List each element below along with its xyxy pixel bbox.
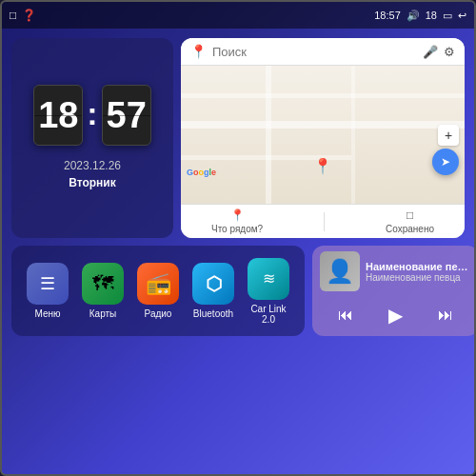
main-content: 18 : 57 2023.12.26 Вторник 📍 — [2, 29, 474, 474]
status-time: 18:57 — [374, 10, 401, 21]
nearby-icon: 📍 — [230, 208, 245, 222]
clock-minutes: 57 — [102, 85, 151, 146]
radio-app-label: Радио — [145, 308, 172, 319]
status-bar: □ ❓ 18:57 🔊 18 ▭ ↩ — [2, 2, 474, 29]
music-play-button[interactable]: ▶ — [383, 302, 408, 328]
menu-app-icon: ☰ — [27, 263, 69, 305]
bluetooth-app-icon: ⬡ — [192, 263, 234, 305]
app-grid: ☰ Меню 🗺 Карты 📻 Радио — [11, 246, 305, 336]
map-body[interactable]: 📍 + ➤ Google — [181, 66, 465, 204]
search-icons: 🎤 ⚙ — [423, 45, 455, 59]
radio-app-icon: 📻 — [137, 263, 179, 305]
map-search-input[interactable] — [212, 45, 417, 59]
music-info: Наименование песни Наименование певца — [366, 261, 471, 283]
carlink-app-label: Car Link 2.0 — [244, 304, 293, 325]
back-icon[interactable]: ↩ — [458, 10, 466, 22]
saved-icon: □ — [407, 208, 413, 222]
music-prev-button[interactable]: ⏮ — [332, 305, 359, 326]
music-artist: Наименование певца — [366, 272, 471, 283]
volume-icon: 🔊 — [407, 10, 420, 22]
app-item-maps[interactable]: 🗺 Карты — [78, 263, 128, 319]
home-icon[interactable]: □ — [10, 9, 16, 22]
app-item-bluetooth[interactable]: ⬡ Bluetooth — [188, 263, 238, 319]
clock-day: Вторник — [64, 174, 121, 191]
music-album-art: 👤 — [320, 251, 360, 291]
music-controls: ⏮ ▶ ⏭ — [320, 300, 471, 330]
map-bottom-bar: 📍 Что рядом? □ Сохранено — [181, 204, 465, 238]
music-top: 👤 Наименование песни Наименование певца — [320, 251, 471, 291]
maps-app-label: Карты — [89, 308, 117, 319]
top-row: 18 : 57 2023.12.26 Вторник 📍 — [11, 38, 465, 238]
screen: □ ❓ 18:57 🔊 18 ▭ ↩ 18 : 57 — [0, 0, 476, 476]
menu-app-label: Меню — [34, 308, 60, 319]
app-item-radio[interactable]: 📻 Радио — [133, 263, 183, 319]
settings-icon[interactable]: ⚙ — [444, 45, 455, 59]
bottom-row: ☰ Меню 🗺 Карты 📻 Радио — [11, 246, 465, 336]
mic-icon[interactable]: 🎤 — [423, 45, 438, 59]
clock-date: 2023.12.26 Вторник — [64, 157, 121, 191]
map-current-location: 📍 — [313, 157, 332, 175]
app-item-menu[interactable]: ☰ Меню — [23, 263, 72, 319]
map-saved-button[interactable]: □ Сохранено — [386, 208, 434, 234]
nav-icon[interactable]: ❓ — [22, 9, 36, 22]
clock-widget: 18 : 57 2023.12.26 Вторник — [11, 38, 173, 238]
clock-hours: 18 — [33, 85, 83, 146]
app-item-carlink[interactable]: ≋ Car Link 2.0 — [244, 258, 293, 325]
music-widget: 👤 Наименование песни Наименование певца … — [312, 246, 476, 336]
location-pin-icon: 📍 — [190, 44, 207, 59]
maps-app-icon: 🗺 — [82, 263, 124, 305]
flip-clock: 18 : 57 — [33, 85, 150, 146]
google-logo: Google — [187, 168, 216, 177]
map-widget[interactable]: 📍 🎤 ⚙ 📍 — [181, 38, 465, 238]
status-left-icons: □ ❓ — [10, 9, 36, 22]
music-next-button[interactable]: ⏭ — [432, 305, 459, 326]
status-right-info: 18:57 🔊 18 ▭ ↩ — [374, 10, 466, 22]
map-navigate-button[interactable]: ➤ — [432, 149, 459, 175]
battery-level: 18 — [426, 10, 437, 21]
map-zoom-button[interactable]: + — [438, 125, 459, 146]
bluetooth-app-label: Bluetooth — [193, 308, 233, 319]
map-search-bar: 📍 🎤 ⚙ — [181, 38, 465, 66]
battery-icon: ▭ — [443, 10, 452, 22]
music-title: Наименование песни — [366, 261, 471, 272]
map-nearby-button[interactable]: 📍 Что рядом? — [211, 208, 263, 234]
clock-colon: : — [87, 95, 97, 132]
carlink-app-icon: ≋ — [248, 258, 289, 300]
